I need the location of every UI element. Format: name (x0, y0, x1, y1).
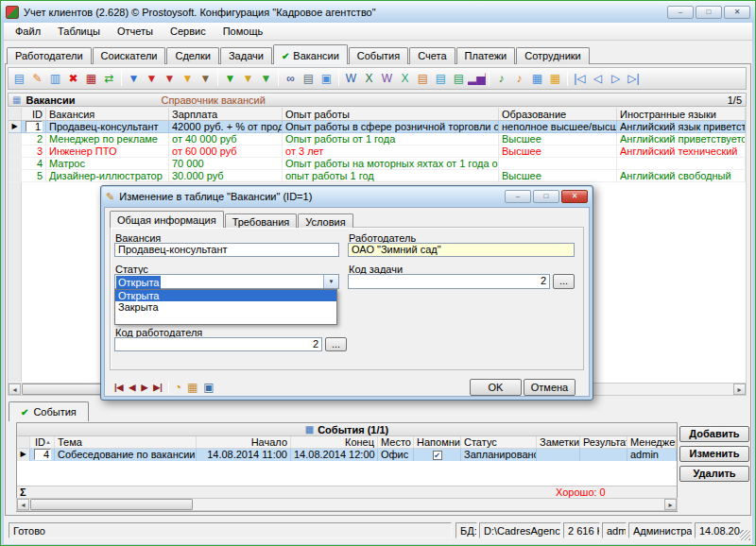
sql-filter-icon[interactable]: ▼ (257, 71, 275, 87)
chart-icon[interactable]: ▂▅▇ (468, 71, 486, 87)
edit-button[interactable]: Изменить (679, 446, 749, 462)
export-excel-icon[interactable]: X (360, 71, 378, 87)
menu-reports[interactable]: Отчеты (109, 24, 162, 39)
cancel-button[interactable]: Отмена (524, 379, 576, 396)
menu-help[interactable]: Помощь (215, 24, 272, 39)
col-end[interactable]: Конец (291, 436, 378, 448)
remind-checkbox[interactable]: ✔ (433, 451, 442, 460)
title-bar[interactable]: Учет клиентов (2.628) © Prostoysoft. Кон… (1, 1, 755, 23)
tab-payments[interactable]: Платежи (456, 47, 516, 64)
tab-deals[interactable]: Сделки (166, 47, 219, 64)
table-row[interactable]: 4 Матрос 70 000 Опыт работы на моторных … (9, 158, 746, 170)
delete-button[interactable]: Удалить (679, 466, 749, 482)
filter-clear-icon[interactable]: ▼ (161, 71, 179, 87)
events-subtab[interactable]: ✔ События (9, 401, 89, 421)
last-record-icon[interactable]: ▶| (153, 383, 162, 392)
col-vacancy[interactable]: Вакансия (46, 108, 169, 120)
add-button[interactable]: Добавить (679, 426, 749, 442)
table-fields-icon[interactable]: ▦ (528, 71, 546, 87)
ok-button[interactable]: OK (470, 379, 522, 396)
preview-icon[interactable]: ▣ (318, 71, 335, 87)
col-salary[interactable]: Зарплата (169, 108, 283, 120)
tab-invoices[interactable]: Счета (409, 47, 455, 64)
refresh-icon[interactable]: ⇄ (100, 71, 118, 87)
delete-record-icon[interactable]: ✖ (64, 71, 82, 87)
next-record-icon[interactable]: ▶ (141, 383, 147, 392)
filter-node-icon[interactable]: ▼ (239, 71, 257, 87)
table-row[interactable]: 2 Менеджер по рекламе от 40 000 руб Опыт… (9, 133, 746, 145)
close-button[interactable]: ✕ (724, 6, 750, 19)
table-row[interactable]: 5 Дизайнер-иллюстратор 30.000 руб опыт р… (9, 170, 746, 182)
menu-file[interactable]: Файл (7, 24, 49, 39)
package-icon[interactable]: ▦ (187, 381, 198, 394)
employer-code-field[interactable]: 2 (114, 337, 322, 351)
dialog-close-button[interactable]: ✕ (561, 190, 588, 203)
record-note-add-icon[interactable]: ♪ (492, 71, 510, 87)
maximize-button[interactable]: □ (696, 6, 722, 19)
col-id[interactable]: ID▲ (30, 436, 55, 448)
dropdown-item-closed[interactable]: Закрыта (115, 301, 336, 313)
dialog-minimize-button[interactable]: – (505, 190, 531, 203)
table-row[interactable]: ▶ 4 Собеседование по вакансии продавец 1… (17, 449, 677, 461)
employer-browse-button[interactable]: ... (325, 337, 347, 351)
col-experience[interactable]: Опыт работы (283, 108, 499, 120)
vacancy-field[interactable]: Продавец-консультант (114, 243, 339, 257)
search-icon[interactable]: ∞ (282, 71, 300, 87)
add-record-icon[interactable]: ▤ (10, 71, 28, 87)
col-languages[interactable]: Иностранные языки (617, 108, 746, 120)
print-icon[interactable]: ▤ (300, 71, 318, 87)
task-code-field[interactable]: 2 (348, 274, 550, 289)
filter-delete-icon[interactable]: ▼ (143, 71, 161, 87)
first-record-icon[interactable]: |◀ (114, 383, 123, 392)
scroll-right-icon[interactable]: ▸ (664, 499, 677, 510)
dropdown-item-open[interactable]: Открыта (115, 290, 336, 301)
scroll-left-icon[interactable]: ◂ (9, 384, 21, 395)
filter-custom-icon[interactable]: ▼ (179, 71, 197, 87)
col-start[interactable]: Начало (197, 436, 291, 448)
col-notes[interactable]: Заметки (537, 436, 580, 448)
export-word-icon[interactable]: W (342, 71, 360, 87)
dialog-tab-conditions[interactable]: Условия (298, 213, 352, 228)
tab-events[interactable]: События (349, 47, 408, 64)
filter-selection-icon[interactable]: ▼ (221, 71, 239, 87)
col-status[interactable]: Статус (461, 436, 537, 448)
menu-tables[interactable]: Таблицы (49, 24, 109, 39)
employer-field[interactable]: ОАО "Зимний сад" (348, 243, 575, 257)
filter-save-icon[interactable]: ▼ (197, 71, 215, 87)
tab-staff[interactable]: Сотрудники (516, 47, 590, 64)
record-note-open-icon[interactable]: ♪ (510, 71, 528, 87)
col-place[interactable]: Место (378, 436, 414, 448)
word-template-icon[interactable]: W (378, 71, 396, 87)
col-result[interactable]: Результат (580, 436, 627, 448)
delete-all-icon[interactable]: ▦ (82, 71, 100, 87)
col-remind[interactable]: Напомнить (414, 436, 461, 448)
resize-grip-icon[interactable] (740, 530, 750, 540)
dialog-maximize-button[interactable]: □ (533, 190, 559, 203)
dialog-tab-requirements[interactable]: Требования (225, 213, 298, 228)
table-colors-icon[interactable]: ▦ (546, 71, 564, 87)
export-xml-icon[interactable]: ▤ (450, 71, 468, 87)
prev-record-icon[interactable]: ◀ (129, 383, 135, 392)
task-browse-button[interactable]: ... (553, 274, 575, 289)
dialog-title-bar[interactable]: ✎ Изменение в таблице "Вакансии" (ID=1) … (102, 187, 592, 206)
col-manager[interactable]: Менеджер (627, 436, 677, 448)
filter-icon[interactable]: ▼ (125, 71, 143, 87)
copy-record-icon[interactable]: ▥ (46, 71, 64, 87)
excel-template-icon[interactable]: X (396, 71, 414, 87)
menu-service[interactable]: Сервис (162, 24, 215, 39)
col-education[interactable]: Образование (499, 108, 617, 120)
chevron-down-icon[interactable]: ▼ (323, 275, 338, 288)
col-id[interactable]: ID (22, 108, 46, 120)
table-row[interactable]: 3 Инженер ПТО от 60 000 руб от 3 лет Выс… (9, 145, 746, 158)
nav-next-icon[interactable]: ▷ (607, 71, 625, 87)
save-icon[interactable]: ▣ (203, 381, 214, 394)
scroll-left-icon[interactable]: ◂ (17, 499, 29, 510)
table-row[interactable]: ▶ 1 Продавец-консультант 42000 руб. + % … (9, 121, 746, 133)
tab-applicants[interactable]: Соискатели (93, 47, 166, 64)
report-icon[interactable]: ▤ (414, 71, 432, 87)
tab-tasks[interactable]: Задачи (220, 47, 272, 64)
nav-first-icon[interactable]: |◁ (571, 71, 589, 87)
col-theme[interactable]: Тема (55, 436, 197, 448)
nav-last-icon[interactable]: ▷| (625, 71, 643, 87)
minimize-button[interactable]: – (667, 6, 694, 19)
